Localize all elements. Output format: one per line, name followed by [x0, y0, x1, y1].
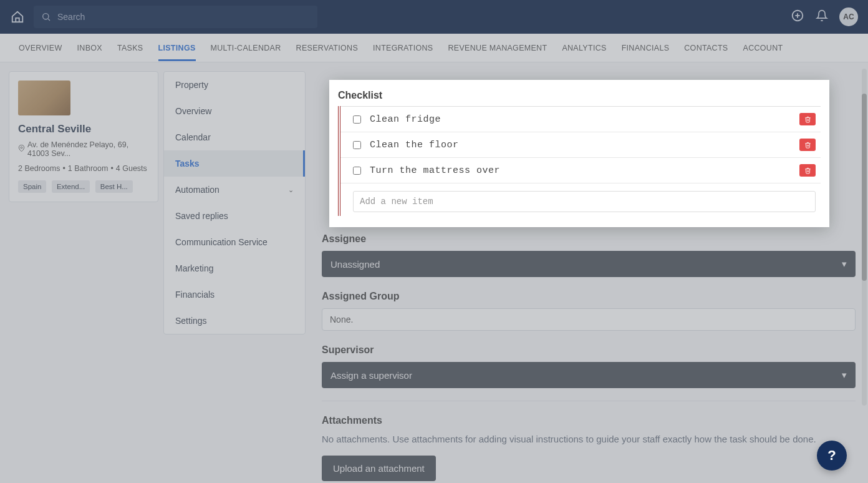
assigned-group-value: None. [330, 315, 353, 324]
caret-down-icon: ▾ [842, 369, 847, 381]
checklist-item-label: Clean the floor [370, 140, 799, 150]
caret-down-icon: ▾ [842, 258, 847, 270]
listing-card[interactable]: Central Seville Av. de Menéndez Pelayo, … [9, 71, 158, 202]
assignee-section: Assignee Unassigned ▾ [322, 233, 856, 277]
listing-address-text: Av. de Menéndez Pelayo, 69, 41003 Sev... [27, 140, 149, 158]
attachments-description: No attachments. Use attachments for addi… [322, 432, 856, 447]
subnav-overview[interactable]: Overview [164, 98, 305, 124]
checklist-body: Clean fridge Clean the floor Turn the ma… [338, 106, 821, 216]
nav-contacts[interactable]: CONTACTS [684, 35, 728, 61]
nav-account[interactable]: ACCOUNT [743, 35, 783, 61]
attachments-heading: Attachments [322, 415, 856, 426]
subnav-automation[interactable]: Automation ⌄ [164, 177, 305, 203]
subnav-tasks[interactable]: Tasks [164, 150, 305, 177]
checklist-checkbox[interactable] [353, 167, 361, 175]
checklist-row[interactable]: Clean fridge [340, 106, 821, 132]
checklist-row[interactable]: Turn the mattress over [340, 157, 821, 183]
bell-icon[interactable] [816, 9, 828, 24]
main-nav: OVERVIEW INBOX TASKS LISTINGS MULTI-CALE… [0, 34, 868, 62]
svg-point-5 [21, 147, 22, 149]
divider [322, 401, 856, 401]
listing-tags: Spain Extend... Best H... [18, 180, 149, 193]
pin-icon [18, 145, 25, 154]
listing-address: Av. de Menéndez Pelayo, 69, 41003 Sev... [18, 140, 149, 158]
trash-icon [804, 167, 811, 174]
checklist-row[interactable]: Clean the floor [340, 132, 821, 157]
meta-guests: 4 Guests [116, 164, 147, 173]
checklist-add-input[interactable] [353, 191, 816, 212]
add-icon[interactable] [791, 9, 804, 25]
subnav-calendar[interactable]: Calendar [164, 124, 305, 150]
listing-tag[interactable]: Extend... [52, 180, 90, 193]
subnav-marketing[interactable]: Marketing [164, 255, 305, 281]
supervisor-heading: Supervisor [322, 344, 856, 356]
nav-listings[interactable]: LISTINGS [158, 35, 196, 61]
search-icon [41, 12, 51, 22]
listing-meta: 2 Bedrooms•1 Bathroom•4 Guests [18, 164, 149, 173]
help-fab[interactable]: ? [817, 441, 847, 471]
scrollbar-thumb[interactable] [862, 94, 867, 281]
subnav-financials[interactable]: Financials [164, 281, 305, 308]
nav-revenue[interactable]: REVENUE MANAGEMENT [448, 35, 547, 61]
listing-column: Central Seville Av. de Menéndez Pelayo, … [0, 62, 163, 483]
listing-thumbnail [18, 80, 70, 115]
checklist-checkbox[interactable] [353, 141, 361, 149]
search-box[interactable] [34, 6, 317, 28]
meta-bedrooms: 2 Bedrooms [18, 164, 60, 173]
assigned-group-select[interactable]: None. [322, 308, 856, 331]
nav-overview[interactable]: OVERVIEW [19, 35, 62, 61]
checklist-add-row [340, 183, 821, 216]
nav-financials[interactable]: FINANCIALS [622, 35, 670, 61]
chevron-down-icon: ⌄ [288, 186, 294, 194]
subnav-saved-replies[interactable]: Saved replies [164, 203, 305, 229]
attachments-section: Attachments No attachments. Use attachme… [322, 415, 856, 481]
scrollbar-track[interactable] [862, 69, 867, 406]
nav-multi-calendar[interactable]: MULTI-CALENDAR [211, 35, 281, 61]
checklist-item-label: Turn the mattress over [370, 165, 799, 176]
supervisor-value: Assign a supervisor [330, 370, 412, 381]
top-bar: AC [0, 0, 868, 34]
subnav-comm-service[interactable]: Communication Service [164, 229, 305, 255]
upload-attachment-button[interactable]: Upload an attachment [322, 456, 436, 481]
assigned-group-section: Assigned Group None. [322, 291, 856, 331]
trash-icon [804, 116, 811, 123]
delete-item-button[interactable] [799, 164, 816, 177]
assigned-group-heading: Assigned Group [322, 291, 856, 302]
nav-inbox[interactable]: INBOX [77, 35, 102, 61]
checklist-checkbox[interactable] [353, 115, 361, 124]
assignee-heading: Assignee [322, 233, 856, 245]
trash-icon [804, 142, 811, 149]
listing-tag[interactable]: Best H... [95, 180, 133, 193]
subnav-settings[interactable]: Settings [164, 308, 305, 334]
nav-integrations[interactable]: INTEGRATIONS [373, 35, 433, 61]
assignee-select[interactable]: Unassigned ▾ [322, 251, 856, 277]
avatar[interactable]: AC [839, 7, 858, 26]
listing-title: Central Seville [18, 123, 149, 135]
svg-point-0 [43, 14, 49, 19]
delete-item-button[interactable] [799, 113, 816, 125]
nav-tasks[interactable]: TASKS [117, 35, 143, 61]
subnav-label: Automation [175, 185, 219, 195]
svg-line-1 [48, 19, 50, 21]
listing-tag[interactable]: Spain [18, 180, 46, 193]
listing-subnav: Property Overview Calendar Tasks Automat… [163, 71, 306, 334]
nav-analytics[interactable]: ANALYTICS [562, 35, 606, 61]
checklist-heading: Checklist [338, 90, 821, 101]
assignee-value: Unassigned [330, 259, 380, 270]
supervisor-select[interactable]: Assign a supervisor ▾ [322, 362, 856, 388]
search-input[interactable] [57, 12, 310, 22]
home-icon[interactable] [10, 9, 25, 24]
checklist-panel: Checklist Clean fridge Clean the floor T… [329, 80, 829, 227]
meta-bathrooms: 1 Bathroom [68, 164, 109, 173]
checklist-item-label: Clean fridge [370, 114, 799, 125]
delete-item-button[interactable] [799, 139, 816, 151]
supervisor-section: Supervisor Assign a supervisor ▾ [322, 344, 856, 388]
subnav-property[interactable]: Property [164, 72, 305, 98]
nav-reservations[interactable]: RESERVATIONS [296, 35, 358, 61]
